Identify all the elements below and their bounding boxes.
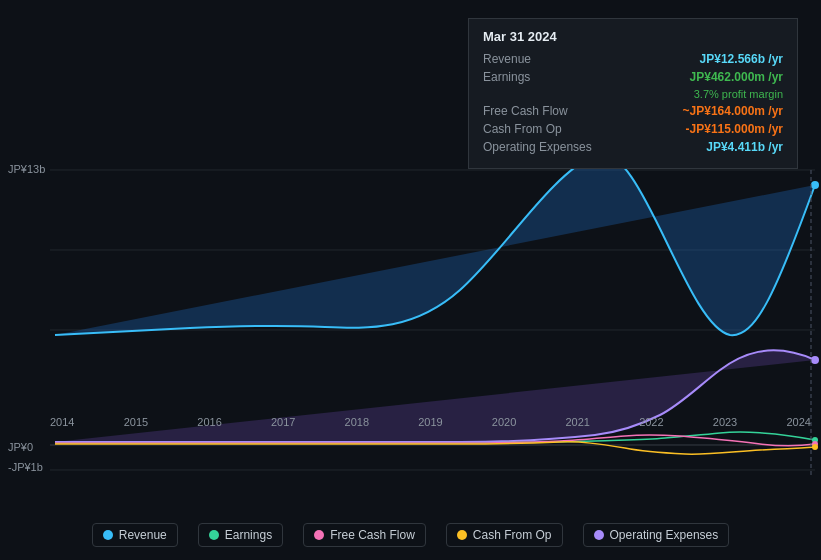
svg-point-8 bbox=[811, 356, 819, 364]
tooltip-row-fcf: Free Cash Flow ~JP¥164.000m /yr bbox=[483, 104, 783, 118]
tooltip-label-earnings: Earnings bbox=[483, 70, 530, 84]
svg-point-11 bbox=[812, 444, 818, 450]
tooltip-row-earnings: Earnings JP¥462.000m /yr bbox=[483, 70, 783, 84]
legend-dot-opex bbox=[594, 530, 604, 540]
legend-dot-earnings bbox=[209, 530, 219, 540]
legend-dot-fcf bbox=[314, 530, 324, 540]
x-label-2015: 2015 bbox=[124, 416, 148, 428]
x-label-2021: 2021 bbox=[565, 416, 589, 428]
tooltip-label-opex: Operating Expenses bbox=[483, 140, 592, 154]
legend-label-earnings: Earnings bbox=[225, 528, 272, 542]
tooltip-label-fcf: Free Cash Flow bbox=[483, 104, 568, 118]
legend-label-fcf: Free Cash Flow bbox=[330, 528, 415, 542]
legend-dot-cfo bbox=[457, 530, 467, 540]
x-label-2017: 2017 bbox=[271, 416, 295, 428]
tooltip-label-revenue: Revenue bbox=[483, 52, 531, 66]
tooltip-label-cfo: Cash From Op bbox=[483, 122, 562, 136]
legend-label-cfo: Cash From Op bbox=[473, 528, 552, 542]
legend-dot-revenue bbox=[103, 530, 113, 540]
chart-area: JP¥13b JP¥0 -JP¥1b 2014 2015 2016 2017 2… bbox=[0, 0, 821, 510]
y-label-neg: -JP¥1b bbox=[8, 461, 43, 473]
legend-item-fcf[interactable]: Free Cash Flow bbox=[303, 523, 426, 547]
x-label-2018: 2018 bbox=[345, 416, 369, 428]
y-label-top: JP¥13b bbox=[8, 163, 45, 175]
tooltip-value-fcf: ~JP¥164.000m /yr bbox=[683, 104, 783, 118]
legend-label-revenue: Revenue bbox=[119, 528, 167, 542]
x-label-2023: 2023 bbox=[713, 416, 737, 428]
legend-item-cfo[interactable]: Cash From Op bbox=[446, 523, 563, 547]
tooltip-row-cfo: Cash From Op -JP¥115.000m /yr bbox=[483, 122, 783, 136]
tooltip-value-opex: JP¥4.411b /yr bbox=[706, 140, 783, 154]
x-label-2020: 2020 bbox=[492, 416, 516, 428]
tooltip-value-cfo: -JP¥115.000m /yr bbox=[686, 122, 783, 136]
tooltip-box: Mar 31 2024 Revenue JP¥12.566b /yr Earni… bbox=[468, 18, 798, 169]
svg-point-7 bbox=[811, 181, 819, 189]
legend-item-revenue[interactable]: Revenue bbox=[92, 523, 178, 547]
profit-margin: 3.7% profit margin bbox=[483, 88, 783, 100]
x-label-2014: 2014 bbox=[50, 416, 74, 428]
x-label-2016: 2016 bbox=[197, 416, 221, 428]
tooltip-value-revenue: JP¥12.566b /yr bbox=[700, 52, 783, 66]
x-label-2019: 2019 bbox=[418, 416, 442, 428]
tooltip-value-earnings: JP¥462.000m /yr bbox=[690, 70, 783, 84]
legend-item-opex[interactable]: Operating Expenses bbox=[583, 523, 730, 547]
x-label-2024: 2024 bbox=[786, 416, 810, 428]
y-label-zero: JP¥0 bbox=[8, 441, 33, 453]
legend-item-earnings[interactable]: Earnings bbox=[198, 523, 283, 547]
tooltip-row-revenue: Revenue JP¥12.566b /yr bbox=[483, 52, 783, 66]
tooltip-row-opex: Operating Expenses JP¥4.411b /yr bbox=[483, 140, 783, 154]
x-axis-labels: 2014 2015 2016 2017 2018 2019 2020 2021 … bbox=[50, 416, 811, 428]
x-label-2022: 2022 bbox=[639, 416, 663, 428]
tooltip-title: Mar 31 2024 bbox=[483, 29, 783, 44]
legend-label-opex: Operating Expenses bbox=[610, 528, 719, 542]
legend: Revenue Earnings Free Cash Flow Cash Fro… bbox=[0, 510, 821, 560]
